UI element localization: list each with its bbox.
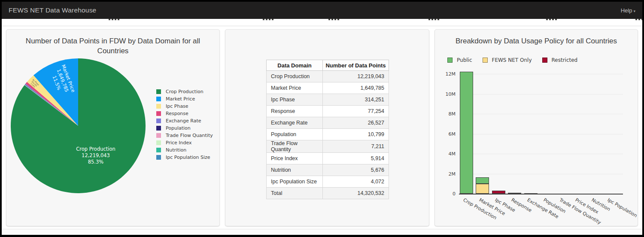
gridline (459, 114, 623, 114)
table-row: Market Price1,649,785 (267, 82, 389, 94)
legend-swatch (156, 89, 161, 94)
page-content: Number of Data Points in FDW by Data Dom… (2, 19, 642, 235)
legend-swatch (156, 140, 161, 145)
divider (2, 26, 642, 26)
pie-svg (11, 58, 146, 193)
clipped-tick-fragment (546, 19, 557, 20)
legend-item-trade-flow-quantity[interactable]: Trade Flow Quantity (156, 132, 213, 139)
cell-count: 5,914 (323, 153, 389, 164)
y-tick-label: 10M (435, 91, 456, 97)
table-row: Nutrition5,676 (267, 164, 389, 176)
legend-label: FEWS NET Only (492, 57, 532, 63)
legend-swatch (447, 58, 453, 63)
legend-label: Nutrition (166, 147, 186, 153)
legend-swatch (542, 58, 547, 63)
bar-market-price-public[interactable] (476, 177, 489, 184)
legend-label: Response (166, 111, 188, 116)
pie-chart: Crop Production 12,219,043 85.3% Market … (11, 58, 146, 193)
table-row: Total14,320,532 (267, 188, 389, 199)
legend-label: Population (166, 125, 191, 131)
legend-label: Ipc Population Size (166, 155, 210, 160)
data-domain-table: Data DomainNumber of Data PointsCrop Pro… (266, 60, 389, 199)
clipped-tick-fragment (328, 19, 340, 20)
legend-label: Price Index (166, 140, 192, 146)
y-tick-label: 12M (435, 71, 456, 77)
cell-domain: Market Price (267, 82, 323, 94)
legend-swatch (156, 104, 161, 109)
legend-swatch (483, 58, 488, 63)
help-menu[interactable]: Help▾ (621, 7, 635, 14)
legend-item-ipc-phase[interactable]: Ipc Phase (156, 103, 213, 110)
legend-swatch (156, 155, 161, 160)
bar-chart: PublicFEWS NET OnlyRestricted 02M4M6M8M1… (435, 30, 638, 226)
legend-label: Restricted (552, 57, 578, 63)
legend-item-exchange-rate[interactable]: Exchange Rate (156, 117, 213, 125)
bar-market-price-fews-net-only[interactable] (476, 184, 489, 194)
cell-count: 7,211 (323, 140, 389, 153)
legend-item-ipc-population-size[interactable]: Ipc Population Size (156, 154, 213, 161)
bar-crop-production-public[interactable] (460, 72, 473, 194)
legend-item-crop-production[interactable]: Crop Production (156, 88, 213, 95)
pie-card: Number of Data Points in FDW by Data Dom… (6, 29, 220, 226)
legend-swatch (156, 111, 161, 116)
clipped-tick-fragment (428, 19, 440, 20)
clipped-tick-fragment (263, 19, 274, 20)
cell-domain: Ipc Phase (267, 94, 323, 106)
cell-count: 1,649,785 (323, 82, 389, 94)
table-header-row: Data DomainNumber of Data Points (267, 60, 389, 71)
bar-card: Breakdown by Data Usage Policy for all C… (434, 29, 638, 226)
cell-domain: Ipc Population Size (267, 176, 323, 188)
cell-count: 14,320,532 (323, 188, 389, 199)
bar-legend: PublicFEWS NET OnlyRestricted (447, 57, 588, 63)
y-tick-label: 2M (435, 171, 456, 177)
cell-domain: Crop Production (267, 71, 323, 82)
table-row: Price Index5,914 (267, 153, 389, 164)
pie-legend: Crop ProductionMarket PriceIpc PhaseResp… (156, 88, 213, 161)
column-header: Number of Data Points (323, 60, 389, 71)
x-tick-label: Ipc Population Size (607, 197, 638, 224)
table-row: Ipc Phase314,251 (267, 94, 389, 106)
cell-domain: Population (267, 129, 323, 140)
cell-count: 10,799 (323, 129, 389, 140)
gridline (459, 134, 623, 134)
y-tick-label: 0 (435, 191, 456, 197)
legend-item-population[interactable]: Population (156, 125, 213, 132)
gridline (459, 174, 623, 174)
column-header: Data Domain (267, 60, 323, 71)
top-navbar: FEWS NET Data Warehouse Help▾ (2, 2, 642, 19)
legend-item-public[interactable]: Public (447, 57, 472, 63)
legend-swatch (156, 97, 161, 101)
cell-domain: Total (267, 188, 323, 199)
legend-label: Trade Flow Quantity (166, 133, 213, 138)
app-window: FEWS NET Data Warehouse Help▾ Number of … (0, 0, 644, 237)
cell-count: 4,072 (323, 176, 389, 188)
x-axis-line (459, 194, 623, 194)
legend-label: Market Price (166, 96, 195, 102)
clipped-tick-fragment (635, 19, 642, 20)
legend-item-restricted[interactable]: Restricted (542, 57, 578, 63)
legend-swatch (156, 133, 161, 138)
legend-swatch (156, 126, 161, 131)
pie-chart-title: Number of Data Points in FDW by Data Dom… (6, 36, 219, 56)
cell-count: 314,251 (323, 94, 389, 106)
app-title: FEWS NET Data Warehouse (9, 6, 96, 14)
cell-count: 77,254 (323, 106, 389, 117)
bar-ipc-phase-restricted[interactable] (492, 191, 505, 194)
cell-domain: Price Index (267, 153, 323, 164)
legend-swatch (156, 148, 161, 152)
y-tick-label: 8M (435, 111, 456, 117)
legend-item-price-index[interactable]: Price Index (156, 139, 213, 146)
cell-domain: Response (267, 106, 323, 117)
legend-item-response[interactable]: Response (156, 110, 213, 117)
cell-count: 5,676 (323, 164, 389, 176)
cell-domain: Nutrition (267, 164, 323, 176)
legend-item-market-price[interactable]: Market Price (156, 95, 213, 103)
legend-item-nutrition[interactable]: Nutrition (156, 146, 213, 154)
gridline (459, 154, 623, 154)
legend-swatch (156, 118, 161, 123)
clipped-tick-fragment (109, 19, 120, 20)
footer-strip (2, 229, 642, 235)
legend-label: Public (457, 57, 472, 63)
legend-item-fews-net-only[interactable]: FEWS NET Only (483, 57, 532, 63)
cell-count: 26,527 (323, 117, 389, 129)
